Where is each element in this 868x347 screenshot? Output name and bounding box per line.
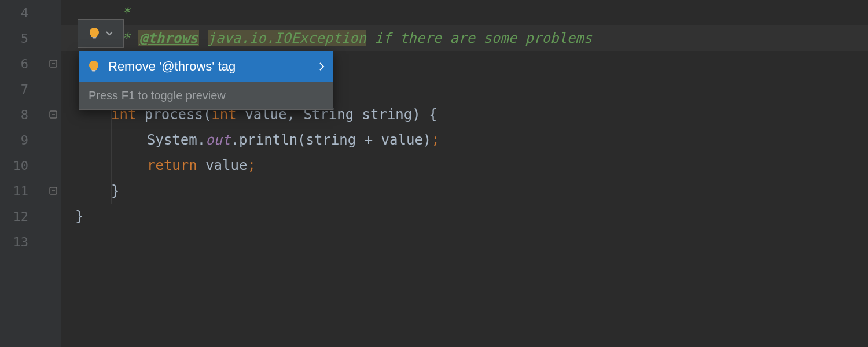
fold-collapse-icon[interactable] [48,109,58,120]
code-editor: 4 5 6 7 8 9 10 11 12 13 * [0,0,868,347]
indent-guide [111,153,112,178]
fold-collapse-icon[interactable] [48,58,58,69]
line-number[interactable]: 11 [0,178,61,204]
svg-rect-6 [93,37,97,38]
semicolon: ; [247,157,255,174]
indent-guide [111,127,112,153]
line-number[interactable]: 10 [0,153,61,178]
brace-close: } [75,208,83,224]
indent-guide [111,178,112,204]
exception-type: java.io.IOException [208,30,367,46]
code-area[interactable]: * * @throws java.io.IOException if there… [61,0,868,347]
gutter: 4 5 6 7 8 9 10 11 12 13 [0,0,61,347]
intention-popup: Remove '@throws' tag Press F1 to toggle … [79,51,333,110]
semicolon: ; [431,132,439,148]
chevron-right-icon [319,59,325,74]
javadoc-text: if there are some problems [366,30,592,46]
javadoc-throws-tag: @throws [138,30,199,46]
javadoc-star: * [122,5,130,21]
intention-hint: Press F1 to toggle preview [79,82,333,109]
bulb-icon [88,27,101,40]
intention-action-remove-throws[interactable]: Remove '@throws' tag [79,51,333,82]
line-number[interactable]: 12 [0,204,61,229]
text [199,30,207,46]
static-field-out: out [205,132,230,148]
code-line[interactable]: * [61,0,868,25]
javadoc-star: * [122,30,138,46]
bulb-icon [87,60,100,73]
line-number[interactable]: 5 [0,25,61,51]
line-number-text: 6 [21,57,28,71]
line-number-text: 13 [13,235,29,249]
identifier-value: value [205,157,247,174]
code-line-current[interactable]: * @throws java.io.IOException if there a… [61,25,868,51]
line-number[interactable]: 8 [0,102,61,127]
svg-rect-9 [92,72,95,73]
line-number-text: 10 [13,158,29,173]
line-number[interactable]: 9 [0,127,61,153]
intention-action-label: Remove '@throws' tag [108,59,236,74]
line-number[interactable]: 6 [0,51,61,76]
param-name: string [362,106,413,123]
svg-rect-7 [93,39,96,40]
line-number[interactable]: 7 [0,76,61,102]
chevron-down-icon [105,29,113,38]
keyword-return: return [147,157,197,174]
fold-end-icon[interactable] [48,186,58,196]
line-number-text: 12 [13,209,29,224]
line-number-text: 4 [21,6,28,20]
intention-hint-text: Press F1 to toggle preview [89,89,226,102]
line-number-text: 8 [21,108,28,122]
line-number-text: 11 [13,184,29,198]
code-line[interactable]: } [61,204,868,229]
brace-close: } [111,183,119,199]
code-line[interactable]: System. out .println(string + value) ; [61,127,868,153]
brace-open: { [429,106,437,123]
system-ref: System. [147,132,205,148]
code-line[interactable]: } [61,178,868,204]
line-number[interactable]: 13 [0,229,61,254]
code-line[interactable]: return value ; [61,153,868,178]
line-number-text: 7 [21,82,28,97]
line-number-text: 5 [21,31,28,46]
line-number[interactable]: 4 [0,0,61,25]
code-line[interactable] [61,229,868,254]
println-call: .println(string + value) [231,132,432,148]
intention-bulb-button[interactable] [78,19,124,48]
svg-rect-8 [92,70,96,71]
line-number-text: 9 [21,133,28,147]
